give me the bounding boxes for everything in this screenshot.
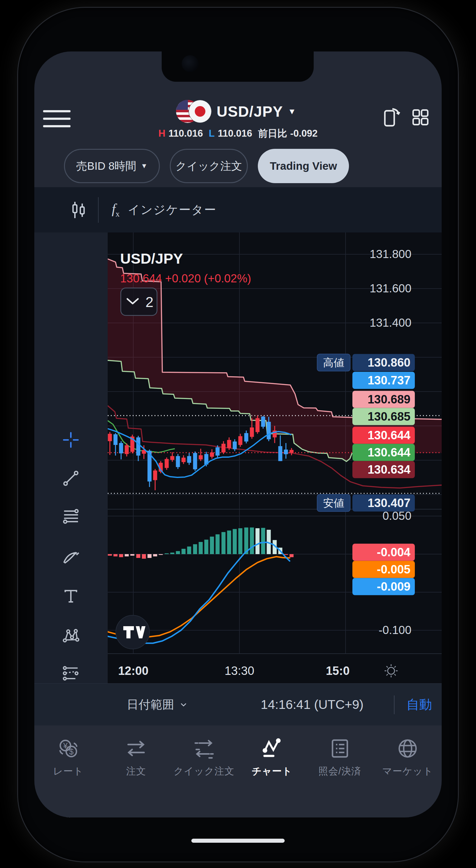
- nav-label: 注文: [126, 765, 146, 778]
- price-badge-value: 130.634: [368, 463, 411, 476]
- notch: [162, 52, 314, 82]
- symbol-title: USD/JPY: [217, 103, 283, 120]
- crosshair-tool[interactable]: [62, 431, 80, 449]
- trading-view-label: Trading View: [270, 160, 337, 172]
- low-value: 110.016: [218, 128, 252, 139]
- chart-icon: [260, 737, 284, 761]
- date-range-button[interactable]: 日付範囲: [127, 684, 188, 726]
- home-indicator[interactable]: [191, 839, 285, 843]
- price-badge-value: 130.685: [368, 410, 411, 423]
- menu-button[interactable]: [43, 110, 72, 129]
- nav-label: レート: [53, 765, 83, 778]
- order-arrows-icon: [124, 737, 148, 761]
- phone-frame: USD/JPY ▼ H110.016 L110.016 前日比-0.092: [17, 7, 459, 862]
- candlestick-style-icon[interactable]: [68, 199, 89, 221]
- bid-timeframe-button[interactable]: 売BID 8時間 ▼: [64, 149, 160, 183]
- high-low-row: H110.016 L110.016 前日比-0.092: [34, 127, 442, 140]
- front-camera: [182, 55, 199, 72]
- nav-item-order[interactable]: 注文: [102, 725, 171, 817]
- jp-flag-icon: [188, 100, 212, 123]
- high-label: H: [158, 128, 165, 139]
- bottom-bar-divider: [394, 695, 394, 714]
- prev-change-label: 前日比: [258, 128, 287, 139]
- bottom-navigation: ¥ $ レート 注文 クイック注文: [34, 725, 442, 817]
- chart-bottom-bar: 日付範囲 14:16:41 (UTC+9) 自動: [34, 683, 442, 725]
- indicators-button[interactable]: fx インジケーター: [112, 187, 217, 232]
- price-badge-value: 130.644: [368, 446, 411, 459]
- price-badge-value: -0.009: [377, 580, 411, 593]
- price-badge-value: -0.004: [377, 546, 411, 559]
- rate-exchange-icon: ¥ $: [57, 737, 80, 761]
- price-axis-label: 131.600: [369, 282, 411, 295]
- nav-item-chart[interactable]: チャート: [238, 725, 306, 817]
- time-axis-label: 12:00: [118, 664, 148, 677]
- legend-collapse-button: 2: [121, 288, 157, 315]
- chart-price-line: 130.644 +0.020 (+0.02%): [120, 272, 251, 285]
- price-badge-value: 130.644: [368, 429, 411, 442]
- nav-label: チャート: [251, 765, 292, 778]
- price-badge-value: 130.737: [368, 374, 411, 387]
- statement-icon: [328, 737, 352, 761]
- date-range-label: 日付範囲: [127, 697, 174, 713]
- chart-canvas[interactable]: 131.800131.600131.4000.050-0.100高値130.86…: [108, 232, 442, 683]
- price-axis-label: 131.400: [369, 316, 411, 329]
- server-clock: 14:16:41 (UTC+9): [234, 684, 390, 726]
- legend-collapse-count: 2: [145, 294, 154, 310]
- app-screen: USD/JPY ▼ H110.016 L110.016 前日比-0.092: [34, 52, 442, 817]
- auto-scale-button[interactable]: 自動: [402, 684, 436, 726]
- svg-text:$: $: [69, 747, 73, 756]
- indicators-label: インジケーター: [128, 202, 216, 218]
- nav-label: クイック注文: [174, 765, 234, 778]
- layout-grid-icon[interactable]: [410, 107, 431, 128]
- price-badge-tag: 高値: [323, 356, 344, 369]
- brush-tool[interactable]: [62, 549, 80, 567]
- symbol-selector[interactable]: USD/JPY ▼: [217, 101, 296, 121]
- toolbar-divider: [98, 197, 99, 223]
- nav-item-rate[interactable]: ¥ $ レート: [34, 725, 102, 817]
- fib-lines-tool[interactable]: [62, 507, 80, 525]
- nav-item-quick-order[interactable]: クイック注文: [170, 725, 238, 817]
- chevron-down-icon: [179, 701, 188, 709]
- forecast-position-tool[interactable]: [62, 664, 80, 682]
- nav-label: マーケット: [382, 765, 433, 778]
- high-value: 110.016: [169, 128, 203, 139]
- price-badge-value: -0.005: [377, 563, 411, 576]
- xabcd-pattern-tool[interactable]: [62, 627, 80, 645]
- chart-symbol-title: USD/JPY: [120, 250, 183, 267]
- nav-item-market[interactable]: マーケット: [374, 725, 442, 817]
- drawing-sidebar: ‹: [34, 232, 108, 683]
- quick-order-label: クイック注文: [175, 159, 242, 174]
- price-badge-tag: 安値: [323, 497, 344, 509]
- rotate-device-icon[interactable]: [380, 105, 403, 128]
- nav-item-statement[interactable]: 照会/決済: [306, 725, 374, 817]
- bid-timeframe-label: 売BID 8時間: [76, 159, 137, 174]
- quick-order-icon: [192, 737, 216, 761]
- quick-order-button[interactable]: クイック注文: [170, 149, 248, 183]
- chevron-down-icon: ▼: [141, 162, 148, 170]
- tradingview-logo: [116, 615, 150, 649]
- market-globe-icon: [396, 737, 419, 761]
- text-tool[interactable]: [62, 587, 80, 605]
- nav-label: 照会/決済: [318, 765, 361, 778]
- low-label: L: [209, 128, 215, 139]
- time-axis-label: 15:0: [326, 664, 350, 677]
- trading-view-tab[interactable]: Trading View: [258, 149, 349, 183]
- price-badge-value: 130.860: [368, 356, 411, 369]
- fx-icon: fx: [112, 201, 120, 219]
- indicator-axis-label: -0.100: [379, 624, 411, 637]
- price-axis-label: 131.800: [369, 248, 411, 260]
- chart-toolbar: fx インジケーター: [34, 187, 442, 232]
- prev-change-value: -0.092: [290, 128, 318, 139]
- time-axis-label: 13:30: [225, 664, 254, 677]
- price-badge-value: 130.689: [368, 393, 411, 406]
- chevron-down-icon: ▼: [288, 107, 296, 116]
- trend-line-tool[interactable]: [62, 469, 80, 487]
- price-badge-value: 130.407: [368, 496, 411, 509]
